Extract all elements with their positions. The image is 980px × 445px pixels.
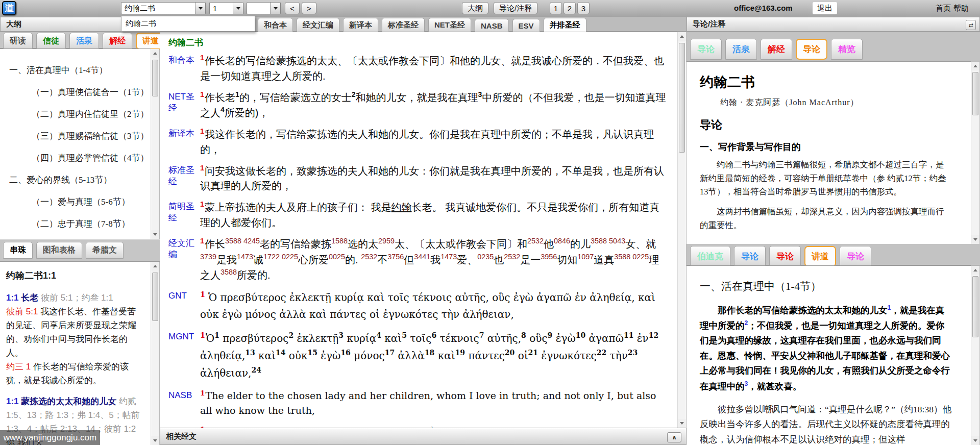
tab-讲道[interactable]: 讲道 (804, 246, 836, 267)
next-button[interactable]: > (302, 2, 316, 14)
tab-导论[interactable]: 导论 (769, 246, 801, 267)
tab-ESV[interactable]: ESV (512, 19, 540, 33)
layout-1-button[interactable]: 1 (550, 2, 562, 14)
tab-精览[interactable]: 精览 (831, 39, 863, 60)
version-link-NET圣经[interactable]: NET圣经 (168, 89, 200, 120)
swap-panel-icon[interactable]: ⇄ (966, 20, 976, 30)
scroll-down-icon[interactable] (151, 436, 159, 445)
outline-item[interactable]: （三）真理赐福给信徒（3节） (0, 125, 151, 147)
tab-解经[interactable]: 解经 (103, 33, 132, 50)
outline-panel-title: 大纲 (6, 19, 21, 29)
tab-活泉[interactable]: 活泉 (69, 33, 99, 50)
verse-text: 1a The elder to the elect lady and her c… (200, 424, 666, 428)
bible-text-scrollbar[interactable] (677, 32, 686, 428)
version-link-ESV[interactable]: ESV (168, 424, 200, 428)
text-segment: 问安我这做长老的，致蒙拣选的夫人和她的儿女：你们就是我在真理中所爱的，不单是我，… (200, 165, 664, 191)
collapse-icon[interactable]: ∧ (667, 432, 681, 442)
tab-导论[interactable]: 导论 (840, 246, 871, 267)
outline-item[interactable]: （一）真理使信徒合一（1节） (0, 81, 151, 103)
tab-导论[interactable]: 导论 (734, 246, 766, 267)
tab-并排圣经[interactable]: 并排圣经 (544, 18, 586, 33)
scroll-down-icon[interactable] (971, 235, 979, 244)
scroll-thumb[interactable] (679, 43, 685, 153)
prev-button[interactable]: < (285, 2, 300, 14)
scroll-down-icon[interactable] (151, 230, 159, 239)
related-verses-bar: 相关经文 ∧ (160, 428, 687, 445)
scroll-up-icon[interactable] (151, 49, 159, 58)
dropdown-item[interactable]: 约翰二书 (121, 16, 255, 31)
tab-NASB[interactable]: NASB (475, 19, 509, 33)
chevron-down-icon[interactable] (195, 3, 205, 14)
text-segment: ἐγνωκότες (538, 350, 597, 362)
version-link-新译本[interactable]: 新译本 (168, 126, 200, 157)
text-segment: 0025 (329, 253, 345, 261)
tab-串珠[interactable]: 串珠 (3, 242, 33, 259)
outline-item[interactable]: （二）忠于真理（7-8节） (0, 213, 151, 235)
tab-和合本[interactable]: 和合本 (258, 18, 293, 33)
outline-scrollbar[interactable] (151, 49, 159, 239)
chevron-down-icon[interactable] (233, 3, 243, 14)
logout-button[interactable]: 退出 (813, 2, 837, 14)
scroll-up-icon[interactable] (678, 32, 686, 41)
outline-toggle-button[interactable]: 大纲 (462, 2, 488, 14)
tab-信徒[interactable]: 信徒 (36, 33, 66, 50)
tab-NET圣经[interactable]: NET圣经 (428, 18, 471, 33)
outline-item[interactable]: （三）防备敌真理者（9-11节） (0, 235, 151, 239)
version-link-GNT[interactable]: GNT (168, 288, 200, 324)
text-segment: 作长 (205, 238, 225, 250)
version-link-标准圣经[interactable]: 标准圣经 (168, 163, 200, 194)
tab-研读[interactable]: 研读 (3, 33, 33, 50)
tab-活泉[interactable]: 活泉 (725, 39, 757, 60)
verse-select[interactable]: 1 (247, 2, 281, 14)
outline-item[interactable]: 二、爱心的界线（5-13节） (0, 169, 151, 191)
help-link[interactable]: 帮助 (953, 4, 969, 12)
text-segment: 所爱的. (237, 269, 271, 281)
tab-新译本[interactable]: 新译本 (343, 18, 378, 33)
tab-导论[interactable]: 导论 (690, 39, 722, 60)
tab-解经[interactable]: 解经 (761, 39, 792, 60)
scroll-down-icon[interactable] (971, 436, 979, 445)
text-segment: 所爱的)， (225, 107, 269, 118)
text-segment: 太、〔太太或作教会下同〕和 (395, 238, 527, 250)
version-link-MGNT[interactable]: MGNT (168, 329, 200, 382)
sermon-scrollbar[interactable] (971, 266, 979, 445)
sermon-paragraph: 彼拉多曾以嘲讽口气问道：“真理是什么呢？”（约18:38）他反映出当今许多人的看… (700, 402, 951, 445)
outline-item[interactable]: （四）真理必掌管信徒（4节） (0, 147, 151, 169)
version-link-和合本[interactable]: 和合本 (168, 53, 200, 84)
chevron-down-icon[interactable] (270, 3, 280, 14)
intro-notes-toggle-button[interactable]: 导论/注释 (494, 2, 537, 14)
scroll-up-icon[interactable] (151, 262, 159, 270)
tab-希腊文[interactable]: 希腊文 (86, 242, 124, 259)
chapter-select[interactable]: 1 (209, 2, 243, 14)
scroll-thumb[interactable] (972, 276, 978, 337)
scroll-thumb[interactable] (152, 60, 158, 96)
app-logo[interactable]: 道 (2, 1, 16, 15)
text-segment: 爱、 (457, 254, 477, 265)
version-link-NASB[interactable]: NASB (168, 388, 200, 418)
tab-标准圣经[interactable]: 标准圣经 (382, 18, 425, 33)
home-link[interactable]: 首页 (936, 4, 951, 12)
outline-item[interactable]: （一）爱与真理（5-6节） (0, 191, 151, 213)
tab-图和表格[interactable]: 图和表格 (36, 242, 82, 259)
layout-2-button[interactable]: 2 (564, 2, 576, 14)
book-select[interactable]: 约翰二书 (121, 2, 206, 14)
scroll-thumb[interactable] (972, 72, 978, 115)
crossref-scrollbar[interactable] (151, 262, 159, 445)
layout-3-button[interactable]: 3 (577, 2, 590, 14)
scroll-up-icon[interactable] (971, 266, 979, 275)
tab-伯迪克[interactable]: 伯迪克 (690, 246, 730, 267)
scroll-down-icon[interactable] (678, 419, 686, 428)
tab-经文汇编[interactable]: 经文汇编 (297, 18, 339, 33)
outline-item[interactable]: 一、活在真理中（1-4节） (0, 59, 151, 81)
introduction-scrollbar[interactable] (971, 62, 979, 244)
scroll-thumb[interactable] (152, 273, 158, 321)
tab-导论[interactable]: 导论 (796, 39, 827, 60)
scroll-up-icon[interactable] (971, 62, 979, 70)
book-autocomplete-dropdown[interactable]: 约翰二书 (121, 16, 255, 32)
version-link-简明圣经[interactable]: 简明圣经 (168, 199, 200, 230)
text-segment: 22 (597, 349, 606, 357)
outline-item[interactable]: （二）真理内住信徒里（2节） (0, 103, 151, 125)
version-link-经文汇编[interactable]: 经文汇编 (168, 236, 200, 283)
text-segment: καὶ (434, 350, 455, 362)
verse-row: MGNT1Ὁ1 πρεσβύτερος2 ἐκλεκτῇ3 κυρίᾳ4 καὶ… (160, 329, 677, 382)
